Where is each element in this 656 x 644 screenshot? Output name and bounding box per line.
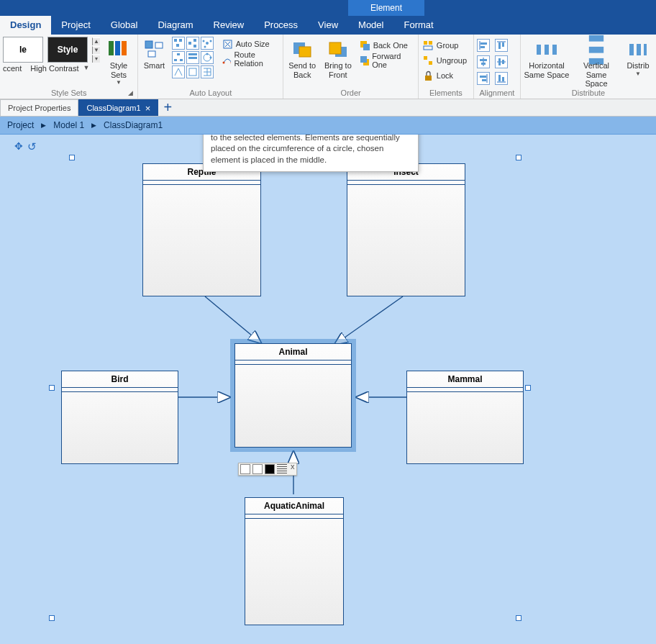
selection-handle[interactable] (516, 615, 521, 621)
align-bottom-button[interactable] (495, 72, 508, 85)
tab-diagram[interactable]: Diagram (147, 16, 203, 35)
class-title: Mammal (407, 371, 523, 388)
style-label-accent: ccent (3, 64, 22, 73)
send-to-back-button[interactable]: Send to Back (286, 37, 318, 79)
class-insect[interactable]: Insect (347, 163, 465, 296)
svg-rect-42 (429, 61, 432, 65)
tab-review[interactable]: Review (204, 16, 255, 35)
crumb-classdiagram1[interactable]: ClassDiagram1 (104, 120, 163, 130)
svg-rect-1 (115, 41, 120, 55)
add-tab-button[interactable]: + (160, 101, 175, 116)
route-relation-button[interactable]: Route Relation (221, 52, 281, 66)
layout-opt-3[interactable] (201, 37, 214, 50)
dialog-launcher-icon[interactable]: ◢ (128, 89, 133, 96)
class-reptile[interactable]: Reptile (142, 163, 261, 296)
format-mini-toolbar[interactable]: x (238, 463, 297, 476)
layout-opt-8[interactable] (186, 65, 199, 78)
crumb-project[interactable]: Project (7, 120, 34, 130)
style-up-icon[interactable]: ▲ (92, 37, 100, 45)
smart-layout-button[interactable]: Smart (141, 37, 167, 71)
svg-rect-39 (429, 41, 432, 45)
chevron-down-icon[interactable]: ▼ (83, 64, 90, 73)
selection-handle[interactable] (49, 615, 55, 621)
smart-icon (142, 40, 165, 60)
group-label-elements: Elements (422, 89, 470, 99)
svg-rect-31 (299, 47, 311, 57)
text-format-button[interactable] (277, 464, 287, 474)
svg-rect-60 (498, 75, 501, 81)
ribbon-tabs: Design Project Global Diagram Review Pro… (0, 16, 656, 35)
fill-black-button[interactable] (265, 464, 275, 474)
back-one-button[interactable]: Back One (358, 38, 415, 53)
layout-opt-5[interactable] (186, 51, 199, 64)
bring-to-front-button[interactable]: Bring to Front (322, 37, 354, 79)
distribute-button[interactable]: Distrib▼ (623, 37, 653, 77)
layout-opt-7[interactable] (172, 65, 185, 78)
class-title: Bird (62, 371, 178, 388)
context-tab-element[interactable]: Element (348, 0, 424, 16)
selection-handle[interactable] (525, 385, 531, 391)
layout-opt-2[interactable] (186, 37, 199, 50)
svg-rect-63 (545, 45, 549, 55)
selection-handle[interactable] (49, 385, 55, 391)
crumb-model1[interactable]: Model 1 (53, 120, 84, 130)
svg-point-28 (222, 61, 224, 63)
auto-size-button[interactable]: Auto Size (221, 37, 281, 51)
tab-format[interactable]: Format (393, 16, 443, 35)
class-bird[interactable]: Bird (61, 371, 178, 464)
svg-rect-69 (637, 44, 641, 55)
svg-line-24 (175, 68, 178, 76)
forward-one-button[interactable]: Forward One (358, 53, 415, 68)
align-center-v-button[interactable] (495, 55, 508, 68)
selection-handle[interactable] (516, 155, 521, 160)
align-center-h-button[interactable] (477, 55, 490, 68)
align-top-button[interactable] (495, 39, 508, 52)
tab-view[interactable]: View (308, 16, 348, 35)
fill-none-button[interactable] (252, 464, 263, 474)
tab-global[interactable]: Global (101, 16, 148, 35)
document-tabs: Project Properties ClassDiagram1 × + (0, 99, 656, 117)
class-mammal[interactable]: Mammal (406, 371, 524, 464)
tooltip-body: Applies the radial layout with an elemen… (211, 135, 411, 165)
style-down-icon[interactable]: ▼ (92, 46, 100, 54)
tab-model[interactable]: Model (348, 16, 393, 35)
lock-icon (423, 71, 434, 81)
class-animal[interactable]: Animal (234, 343, 352, 448)
pan-icon[interactable]: ✥ (14, 140, 23, 153)
tab-process[interactable]: Process (254, 16, 308, 35)
layout-opt-6[interactable] (201, 51, 214, 64)
ungroup-button[interactable]: Ungroup (422, 53, 468, 68)
tab-classdiagram1[interactable]: ClassDiagram1 × (78, 99, 158, 116)
ungroup-icon (423, 55, 434, 66)
align-right-button[interactable] (477, 72, 490, 85)
breadcrumb: Project▶ Model 1▶ ClassDiagram1 (0, 117, 656, 135)
group-button[interactable]: Group (422, 38, 468, 53)
style-sets-button[interactable]: Style Sets ▼ (104, 37, 133, 86)
svg-rect-0 (109, 41, 114, 55)
svg-point-13 (202, 40, 204, 42)
svg-rect-49 (502, 42, 504, 47)
style-more-icon[interactable]: ▾ (92, 55, 100, 63)
svg-point-23 (209, 57, 211, 59)
vertical-same-space-button[interactable]: Vertical Same Space (574, 37, 619, 89)
close-mini-toolbar-icon[interactable]: x (291, 462, 295, 471)
svg-rect-51 (480, 59, 487, 61)
layout-opt-9[interactable] (201, 65, 214, 78)
style-swatch-light[interactable]: le (3, 37, 43, 63)
diagram-canvas[interactable]: ✥ ↺ Reptile Insect Bird Animal Mammal Aq… (0, 135, 656, 644)
class-aquaticanimal[interactable]: AquaticAnimal (245, 497, 344, 625)
align-left-button[interactable] (477, 39, 490, 52)
svg-rect-18 (180, 59, 183, 61)
close-tab-icon[interactable]: × (145, 100, 151, 117)
tab-design[interactable]: Design (0, 16, 51, 35)
selection-handle[interactable] (69, 155, 75, 160)
tab-project-properties[interactable]: Project Properties (0, 99, 78, 116)
tab-project[interactable]: Project (51, 16, 100, 35)
lock-button[interactable]: Lock (422, 68, 468, 83)
style-swatch-dark[interactable]: Style (47, 37, 88, 63)
layout-opt-4[interactable] (172, 51, 185, 64)
fill-white-button[interactable] (240, 464, 250, 474)
layout-opt-1[interactable] (172, 37, 185, 50)
reset-view-icon[interactable]: ↺ (27, 140, 37, 153)
horizontal-same-space-button[interactable]: Horizontal Same Space (524, 37, 570, 79)
